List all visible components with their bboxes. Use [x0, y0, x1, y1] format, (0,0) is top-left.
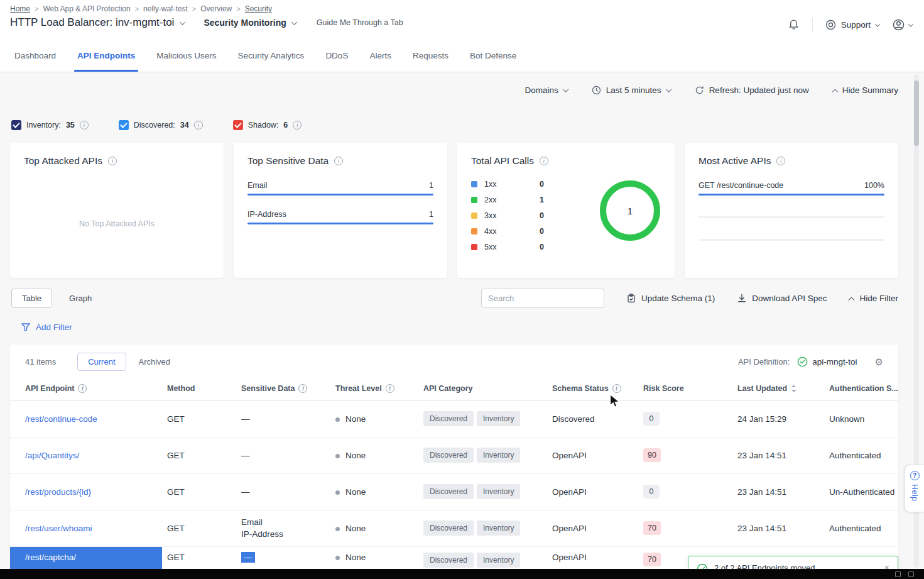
legend-item: 1xx 0 [471, 180, 567, 189]
info-icon[interactable] [298, 384, 307, 393]
info-icon[interactable] [194, 121, 203, 130]
breadcrumb-security[interactable]: Security [245, 4, 272, 13]
archived-tab-button[interactable]: Archived [131, 353, 178, 370]
table-row[interactable]: /api/Quantitys/ GET — None DiscoveredInv… [10, 437, 898, 473]
endpoint-link[interactable]: /rest/captcha/ [25, 553, 76, 562]
add-filter-button[interactable]: Add Filter [21, 323, 72, 332]
col-api-endpoint[interactable]: API Endpoint [10, 378, 162, 400]
domains-dropdown[interactable]: Domains [525, 85, 568, 95]
legend-value: 0 [540, 243, 567, 251]
checkbox-checked-icon[interactable] [233, 120, 243, 130]
info-icon[interactable] [293, 121, 302, 130]
most-active-value: 100% [864, 181, 884, 190]
col-sensitive-data[interactable]: Sensitive Data [236, 378, 330, 400]
help-tab[interactable]: Help [905, 465, 924, 512]
col-method[interactable]: Method [162, 378, 236, 400]
api-endpoints-table: API Endpoint Method Sensitive Data Threa… [10, 378, 898, 569]
col-api-category[interactable]: API Category [418, 378, 547, 400]
category-tag: Inventory [477, 484, 520, 499]
risk-score-badge: 70 [643, 553, 661, 566]
refresh-button[interactable]: Refresh: Updated just now [695, 85, 809, 95]
info-icon[interactable] [540, 157, 548, 165]
legend-value: 0 [540, 180, 567, 189]
support-label: Support [841, 20, 871, 30]
top-header: Home Web App & API Protection nelly-waf-… [0, 0, 924, 39]
gear-icon[interactable] [875, 356, 883, 368]
table-header-row: API Endpoint Method Sensitive Data Threa… [10, 378, 898, 400]
info-icon[interactable] [386, 384, 394, 393]
filter-shadow[interactable]: Shadow: 6 [233, 120, 302, 130]
guide-me-link[interactable]: Guide Me Through a Tab [317, 18, 403, 27]
chevron-down-icon[interactable] [180, 19, 186, 25]
table-row[interactable]: /rest/products/{id} GET — None Discovere… [10, 473, 898, 510]
app-page: Home Web App & API Protection nelly-waf-… [0, 0, 924, 579]
threat-level-dot [335, 417, 340, 422]
endpoint-link[interactable]: /rest/continue-code [25, 414, 97, 424]
breadcrumb-home[interactable]: Home [10, 4, 30, 13]
question-mark-icon [910, 471, 920, 480]
tab-malicious-users[interactable]: Malicious Users [146, 39, 227, 72]
table-view-button[interactable]: Table [11, 289, 52, 308]
card-total-api-calls: Total API Calls 1xx 0 2xx 1 [457, 143, 675, 278]
help-label: Help [910, 484, 919, 501]
filter-count: 35 [66, 121, 75, 130]
hide-filter-toggle[interactable]: Hide Filter [849, 294, 898, 303]
summary-cards: Top Attacked APIs No Top Attacked APIs T… [10, 143, 898, 278]
support-menu[interactable]: Support [825, 19, 879, 30]
table-row[interactable]: /rest/user/whoami GET EmailIP-Address No… [10, 510, 898, 546]
tab-dashboard[interactable]: Dashboard [4, 39, 67, 72]
graph-view-button[interactable]: Graph [58, 289, 102, 308]
hide-summary-label: Hide Summary [842, 85, 898, 95]
card-top-sensitive-data: Top Sensitive Data Email 1 IP-Address 1 [234, 143, 447, 278]
api-definition-link[interactable]: api-mngt-toi [797, 356, 857, 367]
tab-ddos[interactable]: DDoS [315, 39, 359, 72]
update-schema-button[interactable]: Update Schema (1) [627, 294, 715, 303]
checkbox-checked-icon[interactable] [119, 120, 129, 130]
endpoint-link[interactable]: /rest/products/{id} [25, 487, 91, 497]
info-icon[interactable] [334, 157, 343, 165]
info-icon[interactable] [776, 157, 785, 165]
chevron-down-icon [291, 19, 297, 25]
tab-bot-defense[interactable]: Bot Defense [459, 39, 527, 72]
info-icon[interactable] [80, 121, 89, 130]
current-tab-button[interactable]: Current [77, 353, 126, 371]
tab-alerts[interactable]: Alerts [359, 39, 402, 72]
col-schema-status[interactable]: Schema Status [547, 378, 638, 400]
col-last-updated[interactable]: Last Updated [732, 378, 824, 400]
api-endpoints-panel: 41 items Current Archived API Definition… [10, 345, 898, 569]
col-threat-level[interactable]: Threat Level [330, 378, 418, 400]
info-icon[interactable] [612, 384, 621, 393]
col-risk-score[interactable]: Risk Score [638, 378, 732, 400]
threat-level-dot [335, 556, 340, 560]
scrollbar-thumb[interactable] [914, 80, 919, 146]
table-row[interactable]: /rest/continue-code GET — None Discovere… [10, 400, 898, 437]
security-monitoring-dropdown[interactable]: Security Monitoring [204, 18, 296, 28]
col-authentication-state[interactable]: Authentication S... [824, 378, 898, 400]
filter-inventory[interactable]: Inventory: 35 [11, 120, 89, 130]
tab-requests[interactable]: Requests [402, 39, 459, 72]
tab-security-analytics[interactable]: Security Analytics [227, 39, 315, 72]
funnel-icon [21, 323, 30, 331]
sensitive-data-label: Email [247, 181, 267, 190]
check-circle-icon [797, 356, 808, 367]
checkbox-checked-icon[interactable] [11, 120, 21, 130]
time-range-dropdown[interactable]: Last 5 minutes [592, 85, 671, 95]
endpoint-type-filters: Inventory: 35 Discovered: 34 Shadow: 6 [10, 120, 898, 130]
filter-label: Discovered: [134, 121, 175, 130]
info-icon[interactable] [78, 384, 87, 393]
notifications-bell-icon[interactable] [788, 18, 800, 33]
download-api-spec-button[interactable]: Download API Spec [737, 294, 827, 303]
endpoint-link[interactable]: /rest/user/whoami [25, 524, 92, 533]
support-icon [825, 19, 836, 30]
endpoint-link[interactable]: /api/Quantitys/ [25, 451, 79, 460]
search-input[interactable] [481, 289, 604, 308]
filter-discovered[interactable]: Discovered: 34 [119, 120, 203, 130]
account-menu[interactable] [892, 18, 913, 31]
info-icon[interactable] [108, 157, 117, 165]
legend-value: 1 [540, 196, 567, 204]
legend-item: 3xx 0 [471, 211, 567, 220]
refresh-label: Refresh: Updated just now [709, 85, 809, 95]
tab-api-endpoints[interactable]: API Endpoints [67, 39, 146, 72]
hide-summary-toggle[interactable]: Hide Summary [833, 85, 898, 95]
sensitive-data-value: 1 [429, 181, 433, 190]
